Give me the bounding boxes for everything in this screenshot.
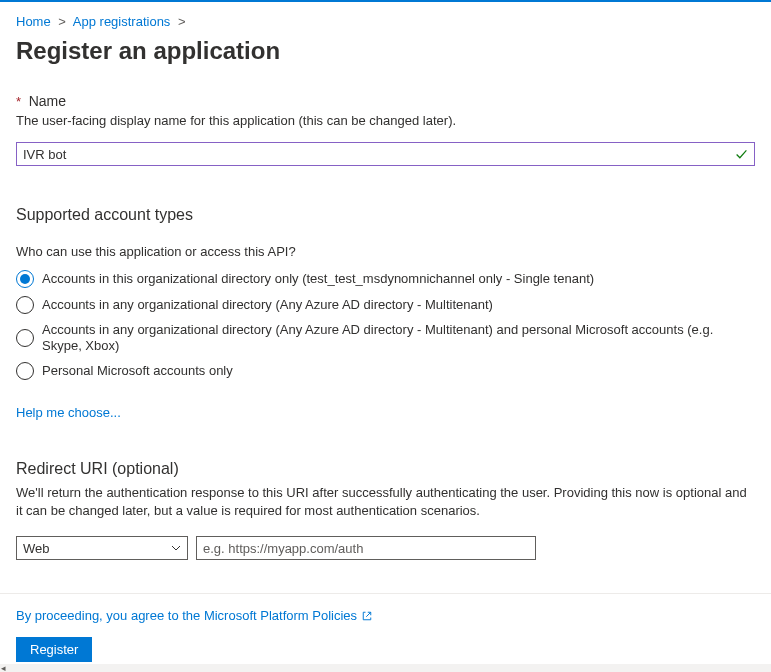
- chevron-right-icon: >: [58, 14, 66, 29]
- radio-label: Accounts in any organizational directory…: [42, 297, 493, 313]
- name-input[interactable]: [17, 145, 735, 164]
- name-section: * Name The user-facing display name for …: [16, 93, 755, 166]
- account-type-option-multitenant-personal[interactable]: Accounts in any organizational directory…: [16, 321, 755, 355]
- radio-label: Accounts in any organizational directory…: [42, 322, 755, 354]
- name-input-container: [16, 142, 755, 166]
- name-hint: The user-facing display name for this ap…: [16, 113, 755, 128]
- radio-icon: [16, 296, 34, 314]
- policies-link-text: By proceeding, you agree to the Microsof…: [16, 608, 357, 623]
- chevron-right-icon: >: [178, 14, 186, 29]
- register-button[interactable]: Register: [16, 637, 92, 662]
- breadcrumb: Home > App registrations >: [16, 12, 755, 35]
- radio-label: Accounts in this organizational director…: [42, 271, 594, 287]
- redirect-platform-select[interactable]: Web: [16, 536, 188, 560]
- help-me-choose-link[interactable]: Help me choose...: [16, 405, 121, 420]
- horizontal-scrollbar[interactable]: [0, 664, 771, 672]
- radio-icon-selected: [16, 270, 34, 288]
- redirect-uri-title: Redirect URI (optional): [16, 460, 755, 478]
- page-title: Register an application: [16, 37, 755, 65]
- account-types-section: Supported account types Who can use this…: [16, 206, 755, 420]
- radio-label: Personal Microsoft accounts only: [42, 363, 233, 379]
- account-types-question: Who can use this application or access t…: [16, 244, 755, 259]
- footer: By proceeding, you agree to the Microsof…: [0, 593, 771, 662]
- redirect-uri-section: Redirect URI (optional) We'll return the…: [16, 460, 755, 560]
- platform-policies-link[interactable]: By proceeding, you agree to the Microsof…: [16, 608, 373, 623]
- account-type-option-personal[interactable]: Personal Microsoft accounts only: [16, 361, 755, 381]
- name-label: Name: [29, 93, 66, 109]
- select-value: Web: [23, 541, 171, 556]
- redirect-uri-description: We'll return the authentication response…: [16, 484, 755, 520]
- chevron-down-icon: [171, 541, 181, 556]
- external-link-icon: [361, 610, 373, 622]
- redirect-uri-input[interactable]: [196, 536, 536, 560]
- check-icon: [735, 148, 754, 161]
- radio-icon: [16, 329, 34, 347]
- account-types-title: Supported account types: [16, 206, 755, 224]
- account-type-option-single-tenant[interactable]: Accounts in this organizational director…: [16, 269, 755, 289]
- breadcrumb-home[interactable]: Home: [16, 14, 51, 29]
- radio-icon: [16, 362, 34, 380]
- breadcrumb-app-registrations[interactable]: App registrations: [73, 14, 171, 29]
- required-asterisk: *: [16, 94, 21, 109]
- account-type-option-multitenant[interactable]: Accounts in any organizational directory…: [16, 295, 755, 315]
